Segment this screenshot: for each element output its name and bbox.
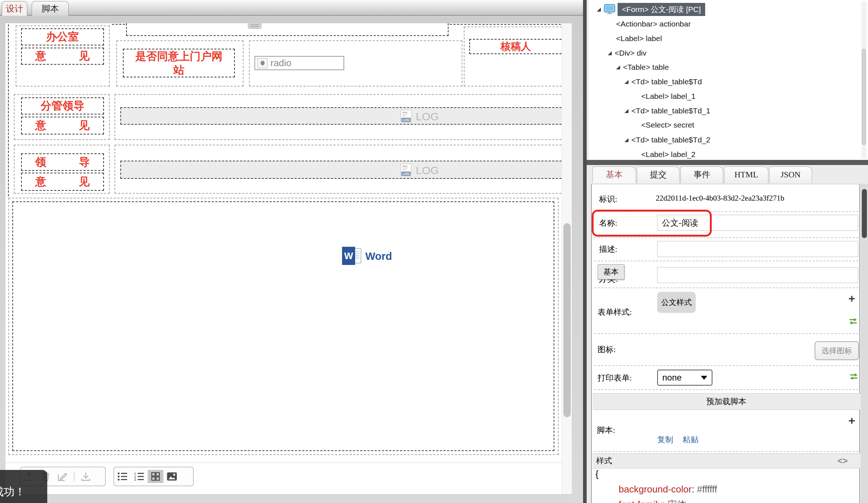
tree-node-label-1[interactable]: <Label> label_1 <box>641 89 695 104</box>
bullet-list-icon[interactable] <box>116 470 129 483</box>
script-label: 脚本: <box>597 425 615 436</box>
paste-link[interactable]: 粘贴 <box>683 434 699 445</box>
tree-scrollbar[interactable] <box>861 1 867 158</box>
numbered-list-icon[interactable]: 123 <box>133 470 145 483</box>
copy-link[interactable]: 复制 <box>657 434 673 445</box>
clipped-element[interactable] <box>126 23 449 36</box>
tab-submit[interactable]: 提交 <box>637 166 680 183</box>
tree-node-select[interactable]: <Select> secret <box>641 118 694 132</box>
label-office-opinion[interactable]: 意 见 <box>21 48 104 65</box>
chevron-down-icon <box>701 376 707 380</box>
label-deputy-opinion[interactable]: 意 见 <box>21 117 104 134</box>
tree-node-table[interactable]: <Table> table <box>616 60 669 75</box>
description-label: 描述: <box>599 244 617 255</box>
tab-basic[interactable]: 基本 <box>592 166 636 183</box>
tree-node-label[interactable]: <Label> label <box>616 31 662 46</box>
preload-script-header: 预加载脚本 <box>592 393 860 410</box>
tab-json[interactable]: JSON <box>769 166 812 183</box>
canvas-scrollbar[interactable] <box>562 23 572 494</box>
separator <box>594 451 859 452</box>
tab-script[interactable]: 脚本 <box>32 1 69 16</box>
image-icon[interactable] <box>166 470 178 483</box>
expand-icon[interactable] <box>624 80 628 84</box>
tree-node-td[interactable]: <Td> table_table$Td <box>624 75 702 89</box>
id-value: 22d2011d-1ec0-4b03-83d2-2ea23a3f271b <box>656 194 784 203</box>
code-brace: { <box>595 468 599 480</box>
tree-node-div[interactable]: <Div> div <box>608 46 647 60</box>
tab-html[interactable]: HTML <box>724 166 768 183</box>
radio-widget[interactable]: radio <box>254 56 344 70</box>
td-cell[interactable] <box>464 27 562 86</box>
panel-splitter-horizontal[interactable] <box>587 160 868 165</box>
grid-view-button[interactable] <box>148 470 164 483</box>
expand-icon[interactable] <box>624 138 628 142</box>
log-text: LOG <box>416 164 439 177</box>
tab-events[interactable]: 事件 <box>680 166 723 183</box>
download-icon[interactable] <box>80 470 92 483</box>
print-form-select[interactable]: none <box>657 370 712 386</box>
label-portal-question[interactable]: 是否同意上门户网站 <box>123 49 235 77</box>
label-leader-opinion[interactable]: 意 见 <box>21 173 104 191</box>
log-file-icon: LOG <box>401 164 411 177</box>
log-file-icon: LOG <box>401 110 411 123</box>
add-form-style-icon[interactable]: + <box>848 292 855 305</box>
category-input[interactable] <box>657 267 858 283</box>
tree-node-label[interactable]: <Form> 公文-阅读 [PC] <box>618 3 705 16</box>
expand-icon[interactable] <box>616 65 620 69</box>
success-toast: 成功！ <box>0 470 47 503</box>
expand-icon[interactable] <box>608 51 612 55</box>
separator <box>594 365 859 366</box>
style-header: 样式 <> <box>592 453 860 468</box>
expand-icon[interactable] <box>624 109 628 113</box>
monitor-icon <box>604 4 615 15</box>
refresh-icon[interactable] <box>848 316 859 327</box>
edit-icon[interactable] <box>56 470 69 483</box>
collapse-handle[interactable] <box>248 23 261 29</box>
code-icon[interactable]: <> <box>837 456 848 466</box>
form-style-chip[interactable]: 公文样式 <box>657 292 696 313</box>
choose-icon-button[interactable]: 选择图标 <box>815 341 859 360</box>
radio-icon <box>257 58 268 68</box>
add-script-icon[interactable]: + <box>848 414 855 427</box>
tree-node-td-1[interactable]: <Td> table_table$Td_1 <box>624 104 710 118</box>
label-office[interactable]: 办公室 <box>21 28 104 45</box>
canvas-scrollbar-thumb[interactable] <box>563 223 571 417</box>
component-tree: <Form> 公文-阅读 [PC] <Actionbar> actionbar … <box>589 0 868 160</box>
separator <box>594 389 859 390</box>
tree-node-label-2[interactable]: <Label> label_2 <box>641 147 695 162</box>
radio-label: radio <box>270 57 292 69</box>
refresh-icon[interactable] <box>848 371 859 382</box>
label-reviewer[interactable]: 核稿人 <box>469 39 562 54</box>
panel-splitter-vertical[interactable] <box>583 0 587 503</box>
svg-text:3: 3 <box>134 478 136 482</box>
print-form-label: 打印表单: <box>598 373 632 383</box>
log-placeholder[interactable]: LOG LOG <box>120 161 562 179</box>
tree-node-actionbar[interactable]: <Actionbar> actionbar <box>616 17 691 31</box>
tree-scrollbar-thumb[interactable] <box>862 49 866 145</box>
separator <box>594 237 859 238</box>
design-canvas[interactable]: 办公室 意 见 是否同意上门户网站 radio 核稿人 分管领导 意 见 LOG… <box>5 23 562 494</box>
label-leader[interactable]: 领 导 <box>21 153 104 171</box>
tree-node-form[interactable]: <Form> 公文-阅读 [PC] <box>597 2 705 17</box>
tree-node-td-2[interactable]: <Td> table_table$Td_2 <box>624 133 710 147</box>
grid-icon <box>150 471 161 482</box>
tab-design[interactable]: 设计 <box>2 1 27 16</box>
label-deputy-leader[interactable]: 分管领导 <box>21 97 104 114</box>
property-scrollbar[interactable] <box>861 184 868 503</box>
word-file-icon: W <box>342 246 362 267</box>
expand-icon[interactable] <box>597 8 601 12</box>
description-input[interactable] <box>657 241 858 257</box>
canvas-hscroll-track[interactable] <box>5 494 572 503</box>
word-label: Word <box>365 250 392 262</box>
separator <box>594 261 859 261</box>
name-input[interactable] <box>657 215 858 231</box>
word-container[interactable]: W Word <box>12 201 554 451</box>
separator <box>594 211 859 212</box>
log-placeholder[interactable]: LOG LOG <box>120 107 562 125</box>
basic-tooltip: 基本 <box>598 264 624 279</box>
code-line-2: font-family: 宋体 <box>619 498 686 503</box>
designer-tabbar: 设计 脚本 <box>0 0 583 16</box>
property-scrollbar-thumb[interactable] <box>862 189 867 238</box>
form-style-label: 表单样式: <box>598 307 632 318</box>
name-label: 名称: <box>599 218 617 229</box>
